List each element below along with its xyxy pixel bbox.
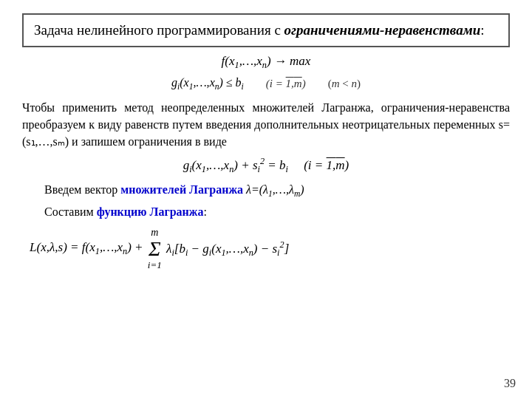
page-number: 39 xyxy=(504,377,516,390)
paragraph-text: Чтобы применить метод неопределенных мно… xyxy=(22,101,510,148)
formula1: f(x1,…,xn) → max xyxy=(222,54,311,68)
formula2-note: (m < n) xyxy=(328,78,361,90)
formula-block-1: f(x1,…,xn) → max xyxy=(22,52,510,72)
slide: Задача нелинейного программирования с ог… xyxy=(0,0,532,399)
formula2-main: gi(x1,…,xn) ≤ bi xyxy=(171,76,244,91)
intro-vector-line: Введем вектор множителей Лагранжа λ=(λ1,… xyxy=(44,181,510,200)
intro-vector-text: Введем вектор xyxy=(44,183,120,196)
formula-block-2: gi(x1,…,xn) ≤ bi (i = 1,m) (m < n) xyxy=(22,76,510,91)
func-colon: : xyxy=(203,205,206,218)
main-paragraph: Чтобы применить метод неопределенных мно… xyxy=(22,99,510,151)
sum-bottom: i=1 xyxy=(148,259,162,271)
title-text-bold: ограничениями-неравенствами xyxy=(284,22,481,38)
vector-blue-text: множителей Лагранжа xyxy=(120,183,243,196)
vector-lambda: λ=(λ1,…,λm) xyxy=(243,183,304,196)
formula2-condition: (i = 1,m) xyxy=(266,78,306,90)
lagrange-row: L(x,λ,s) = f(x1,…,xn) + m Σ i=1 λi[bi − … xyxy=(30,227,502,271)
formula3: gi(x1,…,xn) + si2 = bi (i = 1,m) xyxy=(183,158,349,172)
intro-func-line: Составим функцию Лагранжа: xyxy=(44,203,510,221)
title-text-colon: : xyxy=(480,22,484,38)
lagrange-formula-block: L(x,λ,s) = f(x1,…,xn) + m Σ i=1 λi[bi − … xyxy=(30,227,502,271)
formula-block-3: gi(x1,…,xn) + si2 = bi (i = 1,m) xyxy=(22,154,510,176)
title-box: Задача нелинейного программирования с ог… xyxy=(22,13,510,47)
title-text-normal: Задача нелинейного программирования с xyxy=(34,22,284,38)
func-blue-text: функцию Лагранжа xyxy=(97,205,204,218)
sum-symbol: Σ xyxy=(149,239,161,259)
sum-notation: m Σ i=1 xyxy=(148,227,162,271)
lagrange-rhs: λi[bi − gi(x1,…,xn) − si2] xyxy=(163,239,290,259)
intro-func-text: Составим xyxy=(44,205,97,218)
lagrange-lhs: L(x,λ,s) = f(x1,…,xn) + xyxy=(30,240,146,257)
